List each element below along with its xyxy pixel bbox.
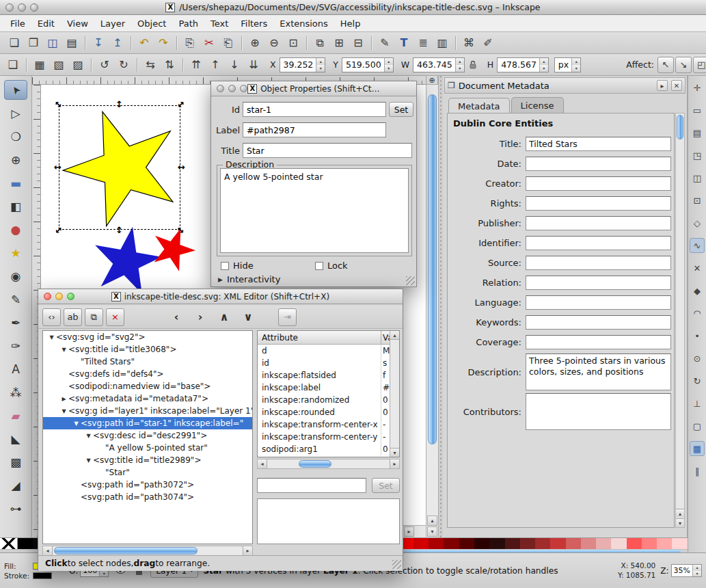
node-tool-icon[interactable]: ▷ [4,103,27,123]
checkbox-icon[interactable] [315,262,323,270]
parent-node-button[interactable]: ∧ [216,309,232,325]
palette-swatch[interactable] [596,538,611,549]
fill-stroke-dialog-icon[interactable]: ✎ [376,34,394,52]
scroll-left-button[interactable]: ◂ [43,546,53,555]
snap-smooth-node-icon[interactable]: ◠ [690,306,705,321]
width-spinner[interactable]: ▴▾ [455,58,464,72]
tab[interactable]: Metadata [448,98,510,113]
palette-swatch[interactable] [520,538,535,549]
ellipse-tool-icon[interactable]: ● [4,219,27,239]
gradient-tool-icon[interactable]: ▩ [4,452,27,472]
dropper-tool-icon[interactable]: ◢ [4,475,27,495]
snap-enable-icon[interactable]: ✛ [690,80,705,95]
selector-tool-icon[interactable]: ➤ [4,80,27,100]
expander-icon[interactable]: ▶ [59,396,68,402]
snap-nodes-icon[interactable]: ◇ [690,215,705,230]
y-position-value[interactable]: 519.500 [342,58,384,72]
dialog-titlebar[interactable]: X inkscape-title-desc.svg: XML Editor (S… [38,289,403,304]
palette-swatch[interactable] [505,538,520,549]
zoom-field[interactable]: 35% ▴▾ [671,564,702,577]
snap-object-center-icon[interactable]: ⊙ [690,351,705,366]
tree-horizontal-scrollbar[interactable]: ◂ ▸ [42,546,253,556]
menu-item[interactable]: Edit [31,16,61,31]
toolbar-icon[interactable] [23,56,29,74]
keyboard-shortcuts-icon[interactable]: ⌘ [460,34,478,52]
field-input[interactable]: Three 5-pointed stars in various colors,… [526,353,671,390]
description-textarea[interactable]: A yellow 5-pointed star [220,168,409,253]
attribute-row[interactable]: id s [258,357,399,369]
box3d-tool-icon[interactable]: ◧ [4,196,27,216]
expander-icon[interactable]: ▼ [72,420,81,427]
menu-item[interactable]: Object [131,16,172,31]
unlink-clone-icon[interactable]: ⊟ [349,34,367,52]
next-sibling-button[interactable]: › [192,309,208,325]
xml-tree-node[interactable]: <svg:defs id="defs4"> [43,368,252,380]
paste-icon[interactable]: ⎗ [219,34,237,52]
select-same-icon[interactable]: ▧ [50,56,68,74]
new-text-node-button[interactable]: ab [64,308,82,326]
zoom-value[interactable]: 35% [672,565,692,576]
panel-header[interactable]: ❐ Document Metadata ▸ ✕ [444,77,685,94]
cut-icon[interactable]: ✂ [200,34,218,52]
set-attribute-button[interactable]: Set [372,478,400,493]
snap-page-border-icon[interactable]: ▢ [690,418,705,433]
tweak-tool-icon[interactable]: ❍ [4,126,27,146]
xml-tree-node[interactable]: ▼ <svg:path id="star-1" inkscape:label=" [43,417,252,429]
snap-line-midpoint-icon[interactable]: • [690,328,705,343]
attribute-row[interactable]: sodipodi:arg1 0 [258,443,399,455]
height-value[interactable]: 478.567 [498,58,539,72]
rotate-ccw-icon[interactable]: ↺ [96,56,113,74]
print-icon[interactable]: ▤ [63,34,81,52]
toolbar-icon[interactable] [303,34,310,52]
xml-editor-dialog[interactable]: X inkscape-title-desc.svg: XML Editor (S… [38,289,403,571]
lock-ratio-icon[interactable] [469,60,477,69]
window-titlebar[interactable]: X /Users/shepazu/Documents/Dev/SVG/acces… [0,0,706,15]
zoom-spinner[interactable]: ▴▾ [692,565,701,576]
field-input[interactable] [526,216,671,230]
checkbox-icon[interactable] [221,262,229,270]
toolbar-icon[interactable] [239,34,245,52]
toolbar-icon[interactable] [174,34,180,52]
duplicate-node-button[interactable]: ⧉ [85,308,103,326]
palette-swatch[interactable] [18,538,33,549]
hide-checkbox[interactable]: Hide [221,260,254,271]
field-input[interactable] [526,256,671,270]
scroll-up-button[interactable]: ▴ [427,516,437,526]
width-field[interactable]: 463.745 ▴▾ [413,57,465,72]
title-input[interactable] [243,143,412,158]
preferences-icon[interactable]: ✐ [479,34,497,52]
expander-triangle-icon[interactable]: ▶ [218,276,223,283]
new-document-icon[interactable]: ❏ [5,34,23,52]
selection-handle-n[interactable]: ↕ [116,100,123,109]
palette-swatch[interactable] [535,538,550,549]
units-value[interactable]: px [555,58,571,72]
toolbar-icon[interactable] [134,56,140,74]
snap-bbox-icon[interactable]: ▭ [690,103,705,118]
document-properties-icon[interactable]: ▥ [433,34,451,52]
attribute-scrollbar[interactable]: ▴ ▾ [390,331,399,457]
xml-tree-node[interactable]: ▼ <svg:title id="title2989"> [43,454,252,466]
create-clone-icon[interactable]: ⊞ [330,34,348,52]
xml-tree-node[interactable]: <svg:path id="path3072"> [43,479,252,491]
export-icon[interactable]: ↥ [109,34,126,52]
palette-swatch[interactable] [566,538,581,549]
field-input[interactable] [526,315,671,330]
selection-handle-s[interactable]: ↕ [116,226,123,235]
xml-tree-node[interactable]: ▼ <svg:desc id="desc2991"> [43,429,252,442]
attribute-column-header[interactable]: Attribute [258,333,381,343]
xml-tree-node[interactable]: <sodipodi:namedview id="base"> [43,380,252,392]
delete-node-button[interactable]: × [106,308,124,326]
snap-path-intersection-icon[interactable]: ✕ [690,260,705,276]
open-document-icon[interactable]: ❐ [25,34,42,52]
id-input[interactable] [243,102,386,117]
field-input[interactable] [526,236,671,250]
dock-resize-handle[interactable] [438,76,443,537]
palette-swatch[interactable] [657,538,672,549]
select-all-icon[interactable]: ▦ [31,56,49,74]
pencil-tool-icon[interactable]: ✎ [4,289,27,309]
zoom-page-icon[interactable]: ⊡ [284,34,302,52]
menu-item[interactable]: View [61,16,94,31]
xml-tree-node[interactable]: "Star" [43,466,252,479]
xml-tree-node[interactable]: ▶ <svg:metadata id="metadata7"> [43,392,252,405]
raise-to-top-icon[interactable]: ⇈ [187,56,205,74]
